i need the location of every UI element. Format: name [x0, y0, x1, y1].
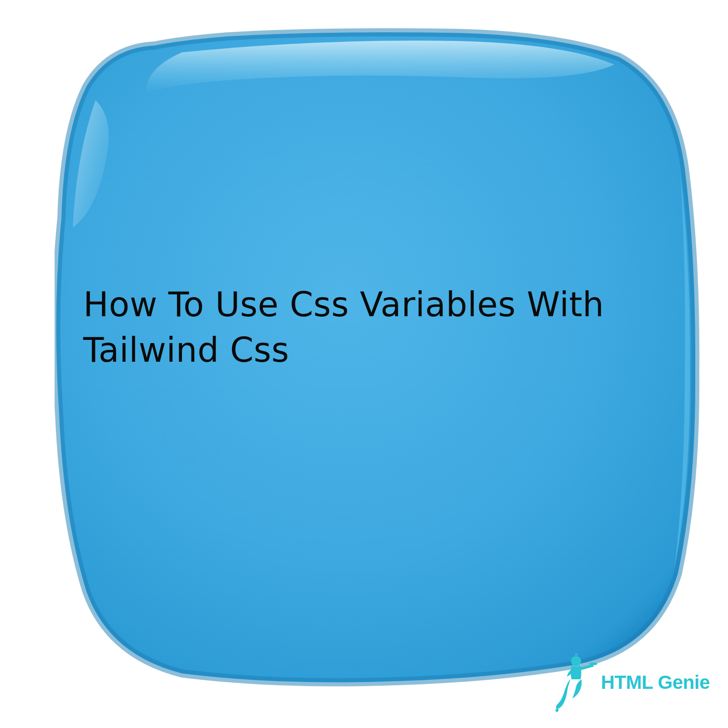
- brand-logo: HTML Genie: [554, 653, 710, 712]
- svg-point-0: [571, 656, 581, 666]
- svg-point-1: [589, 662, 597, 665]
- page-title: How To Use Css Variables With Tailwind C…: [83, 282, 643, 373]
- logo-text: HTML Genie: [601, 672, 710, 693]
- genie-icon: [554, 653, 597, 712]
